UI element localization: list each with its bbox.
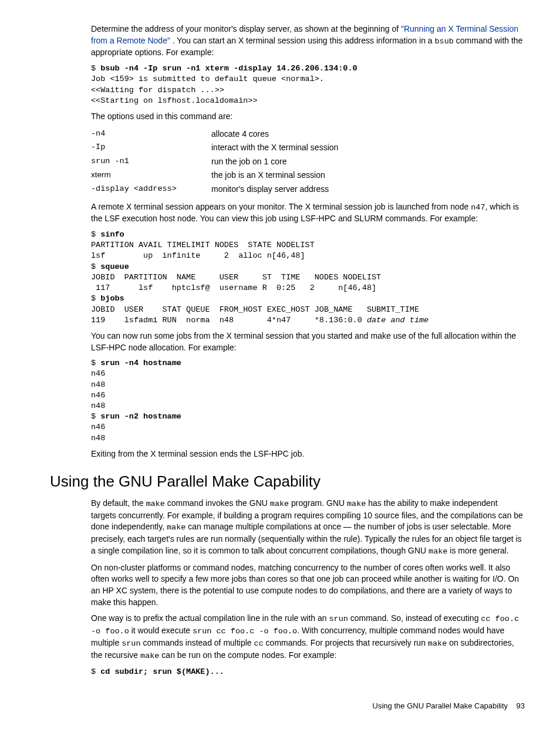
command: cd subdir; srun $(MAKE)... <box>100 667 224 676</box>
page-content: Determine the address of your monitor's … <box>91 23 525 677</box>
footer-title: Using the GNU Parallel Make Capability <box>373 701 508 710</box>
code-cc: cc <box>254 639 264 648</box>
page-footer: Using the GNU Parallel Make Capability 9… <box>50 701 525 711</box>
code-block-srun: $ srun -n4 hostname n46 n48 n46 n48 $ sr… <box>91 358 525 444</box>
code-srun: srun <box>122 639 140 648</box>
noncluster-paragraph: On non-cluster platforms or command node… <box>91 562 525 608</box>
options-intro: The options used in this command are: <box>91 111 525 123</box>
code-block-cd-subdir: $ cd subdir; srun $(MAKE)... <box>91 667 525 677</box>
output: JOBID PARTITION NAME USER ST TIME NODES … <box>91 273 381 282</box>
text: Determine the address of your monitor's … <box>91 24 401 33</box>
text: commands. For projects that recursively … <box>264 638 428 647</box>
output: lsf up infinite 2 alloc n[46,48] <box>91 251 305 260</box>
text: One way is to prefix the actual compilat… <box>91 613 329 623</box>
code-bsub: bsub <box>435 37 454 46</box>
option-desc: the job is an X terminal session <box>211 168 338 183</box>
prompt: $ <box>91 262 100 271</box>
run-jobs-paragraph: You can now run some jobs from the X ter… <box>91 330 525 353</box>
code-make: make <box>140 652 159 660</box>
code-srun-cc: srun cc foo.c -o foo.o <box>193 627 297 636</box>
output: JOBID USER STAT QUEUE FROM_HOST EXEC_HOS… <box>91 305 419 314</box>
output: n46 n48 <box>91 423 105 442</box>
code-make: make <box>146 499 164 508</box>
code-make: make <box>429 547 447 556</box>
text: program. GNU <box>289 498 347 508</box>
command: bsub -n4 -Ip srun -n1 xterm -display 14.… <box>100 64 357 73</box>
option-name: -n4 <box>91 127 211 141</box>
prompt: $ <box>91 412 100 421</box>
table-row: -display <address>monitor's display serv… <box>91 183 338 197</box>
text: is more general. <box>447 546 508 555</box>
option-name: srun -n1 <box>91 155 211 169</box>
output: 119 lsfadmi RUN norma n48 4*n47 *8.136:0… <box>91 316 367 325</box>
text: By default, the <box>91 498 146 508</box>
table-row: -n4allocate 4 cores <box>91 127 338 141</box>
prompt: $ <box>91 667 100 676</box>
command: srun -n4 hostname <box>100 359 181 367</box>
code-n47: n47 <box>471 203 485 212</box>
remote-session-paragraph: A remote X terminal session appears on y… <box>91 201 525 225</box>
page-number: 93 <box>517 701 525 710</box>
option-desc: run the job on 1 core <box>211 155 338 169</box>
table-row: srun -n1run the job on 1 core <box>91 155 338 169</box>
command: squeue <box>100 262 129 271</box>
text: it would execute <box>129 626 193 635</box>
code-make: make <box>167 523 185 532</box>
prompt: $ <box>91 230 100 239</box>
exiting-paragraph: Exiting from the X terminal session ends… <box>91 448 525 460</box>
code-srun: srun <box>329 615 348 623</box>
heading-gnu-parallel-make: Using the GNU Parallel Make Capability <box>50 471 525 492</box>
option-name: -display <address> <box>91 183 211 197</box>
text: command invokes the GNU <box>165 498 270 508</box>
prompt: $ <box>91 359 100 367</box>
table-row: -Ipinteract with the X terminal session <box>91 141 338 155</box>
output-italic: date and time <box>367 316 429 325</box>
code-make: make <box>428 639 447 648</box>
prompt: $ <box>91 64 100 73</box>
option-desc: interact with the X terminal session <box>211 141 338 155</box>
srun-prefix-paragraph: One way is to prefix the actual compilat… <box>91 613 525 662</box>
option-name: xterm <box>91 168 211 183</box>
text: . You can start an X terminal session us… <box>173 36 435 45</box>
output: 117 lsf hptclsf@ username R 0:25 2 n[46,… <box>91 283 376 292</box>
option-desc: allocate 4 cores <box>211 127 338 141</box>
output: n46 n48 n46 n48 <box>91 369 105 410</box>
intro-paragraph: Determine the address of your monitor's … <box>91 23 525 59</box>
text: commands instead of multiple <box>141 638 254 647</box>
text: can be run on the compute nodes. For exa… <box>159 650 336 660</box>
command: sinfo <box>100 230 124 239</box>
output: Job <159> is submitted to default queue … <box>91 75 324 104</box>
options-table: -n4allocate 4 cores -Ipinteract with the… <box>91 127 338 197</box>
code-block-bsub: $ bsub -n4 -Ip srun -n1 xterm -display 1… <box>91 63 525 106</box>
command: bjobs <box>100 294 124 303</box>
table-row: xtermthe job is an X terminal session <box>91 168 338 183</box>
command: srun -n2 hostname <box>100 412 181 421</box>
option-name: -Ip <box>91 141 211 155</box>
code-make: make <box>347 499 366 508</box>
option-desc: monitor's display server address <box>211 183 338 197</box>
make-intro-paragraph: By default, the make command invokes the… <box>91 498 525 558</box>
text: A remote X terminal session appears on y… <box>91 202 471 211</box>
code-block-info: $ sinfo PARTITION AVAIL TIMELIMIT NODES … <box>91 229 525 326</box>
text: command. So, instead of executing <box>348 613 481 623</box>
code-make: make <box>270 499 289 508</box>
output: PARTITION AVAIL TIMELIMIT NODES STATE NO… <box>91 241 315 249</box>
prompt: $ <box>91 294 100 303</box>
